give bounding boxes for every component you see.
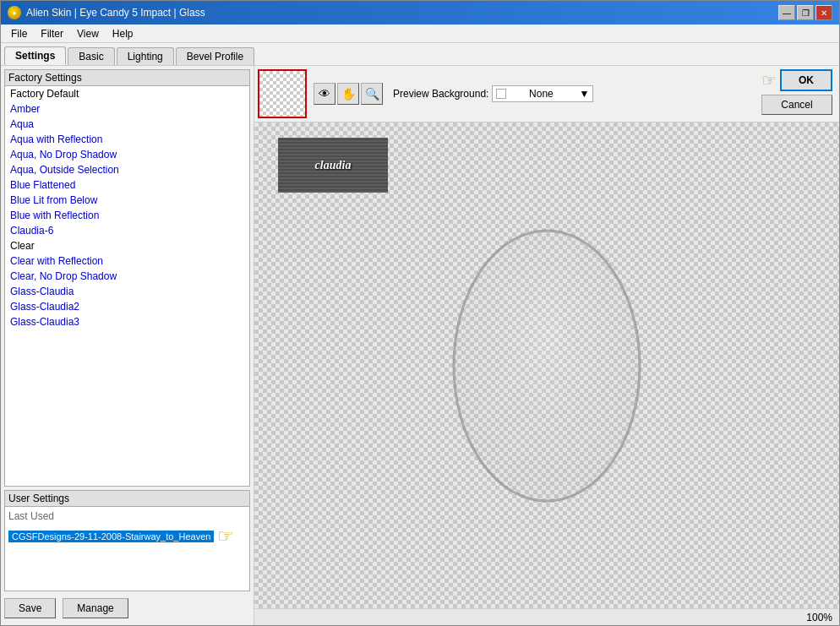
glass-ellipse-container — [445, 222, 648, 509]
list-item[interactable]: Clear with Reflection — [5, 253, 249, 269]
list-item[interactable]: Aqua, Outside Selection — [5, 162, 249, 177]
pointer-icon: ☞ — [217, 525, 234, 547]
right-panel: 👁 ✋ 🔍 Preview Background: None ▼ — [254, 66, 839, 625]
tabs-bar: Settings Basic Lighting Bevel Profile — [1, 43, 839, 66]
hand-tool-button[interactable]: ✋ — [337, 83, 359, 105]
list-item[interactable]: Clear — [5, 238, 249, 253]
preview-bg-value: None — [529, 88, 554, 100]
tab-bevel-profile[interactable]: Bevel Profile — [176, 47, 254, 65]
main-content: Factory Settings Factory Default Amber A… — [1, 66, 839, 625]
list-item[interactable]: Factory Default — [5, 86, 249, 101]
user-settings-header: User Settings — [5, 491, 249, 507]
list-item[interactable]: Blue Flattened — [5, 177, 249, 193]
preview-thumbnail-small — [258, 69, 307, 118]
thumbnail-text: claudia — [315, 159, 352, 172]
title-bar: ● Alien Skin | Eye Candy 5 Impact | Glas… — [1, 1, 839, 24]
eye-icon: 👁 — [319, 87, 330, 101]
last-used-label: Last Used — [8, 509, 246, 524]
hand-icon: ✋ — [341, 87, 356, 101]
ok-pointer-icon: ☞ — [761, 70, 777, 90]
svg-point-0 — [454, 231, 640, 501]
list-item[interactable]: Aqua — [5, 117, 249, 132]
zoom-icon: 🔍 — [365, 87, 379, 101]
tab-basic[interactable]: Basic — [68, 47, 114, 65]
toolbar-buttons: 👁 ✋ 🔍 — [314, 83, 383, 105]
list-item[interactable]: Amber — [5, 101, 249, 117]
presets-header: Factory Settings — [5, 70, 249, 86]
glass-ellipse-svg — [445, 222, 648, 509]
right-toolbar: 👁 ✋ 🔍 Preview Background: None ▼ — [254, 66, 839, 122]
list-item[interactable]: Glass-Claudia2 — [5, 299, 249, 314]
zoom-level: 100% — [806, 612, 832, 623]
window-title: Alien Skin | Eye Candy 5 Impact | Glass — [26, 7, 205, 19]
ok-button[interactable]: OK — [780, 69, 832, 91]
manage-button[interactable]: Manage — [63, 598, 128, 618]
preview-bg-label: Preview Background: — [393, 88, 488, 100]
menu-file[interactable]: File — [4, 26, 34, 41]
tab-settings[interactable]: Settings — [4, 46, 66, 65]
bottom-buttons: Save Manage — [4, 595, 250, 622]
user-settings-content: Last Used CGSFDesigns-29-11-2008-Stairwa… — [5, 507, 249, 591]
user-item: CGSFDesigns-29-11-2008-Stairway_to_Heave… — [8, 524, 246, 549]
list-item[interactable]: Clear, No Drop Shadow — [5, 269, 249, 284]
menu-view[interactable]: View — [70, 26, 106, 41]
thumbnail-inner: claudia — [278, 138, 388, 193]
dropdown-arrow-icon: ▼ — [579, 88, 589, 100]
minimize-button[interactable]: — — [778, 5, 795, 20]
list-item[interactable]: Glass-Claudia — [5, 284, 249, 299]
preview-area: claudia — [254, 122, 839, 608]
preview-bg-swatch — [496, 89, 506, 99]
presets-group: Factory Settings Factory Default Amber A… — [4, 69, 250, 487]
list-item[interactable]: Claudia-6 — [5, 223, 249, 238]
presets-list[interactable]: Factory Default Amber Aqua Aqua with Ref… — [5, 86, 249, 486]
save-button[interactable]: Save — [4, 598, 56, 618]
eye-tool-button[interactable]: 👁 — [314, 83, 335, 105]
menu-help[interactable]: Help — [106, 26, 140, 41]
app-icon: ● — [8, 6, 21, 19]
left-panel: Factory Settings Factory Default Amber A… — [1, 66, 254, 625]
main-window: ● Alien Skin | Eye Candy 5 Impact | Glas… — [0, 0, 840, 626]
title-bar-left: ● Alien Skin | Eye Candy 5 Impact | Glas… — [8, 6, 205, 19]
cancel-button[interactable]: Cancel — [761, 95, 832, 115]
preview-image-thumbnail: claudia — [278, 138, 392, 195]
tab-lighting[interactable]: Lighting — [117, 47, 174, 65]
list-item[interactable]: Glass-Claudia3 — [5, 314, 249, 329]
ok-btn-wrapper: ☞ OK — [761, 69, 832, 91]
close-button[interactable]: ✕ — [815, 5, 832, 20]
zoom-tool-button[interactable]: 🔍 — [361, 83, 383, 105]
ok-cancel-area: ☞ OK Cancel — [761, 69, 832, 115]
menu-filter[interactable]: Filter — [34, 26, 70, 41]
list-item[interactable]: Blue Lit from Below — [5, 193, 249, 208]
user-settings-group: User Settings Last Used CGSFDesigns-29-1… — [4, 490, 250, 591]
restore-button[interactable]: ❐ — [797, 5, 814, 20]
title-controls: — ❐ ✕ — [778, 5, 832, 20]
status-bar: 100% — [254, 608, 839, 625]
selected-preset-text[interactable]: CGSFDesigns-29-11-2008-Stairway_to_Heave… — [8, 531, 214, 542]
list-item[interactable]: Aqua with Reflection — [5, 132, 249, 147]
menu-bar: File Filter View Help — [1, 24, 839, 43]
list-item[interactable]: Blue with Reflection — [5, 208, 249, 223]
list-item[interactable]: Aqua, No Drop Shadow — [5, 147, 249, 162]
preview-bg-dropdown[interactable]: None ▼ — [492, 85, 593, 102]
